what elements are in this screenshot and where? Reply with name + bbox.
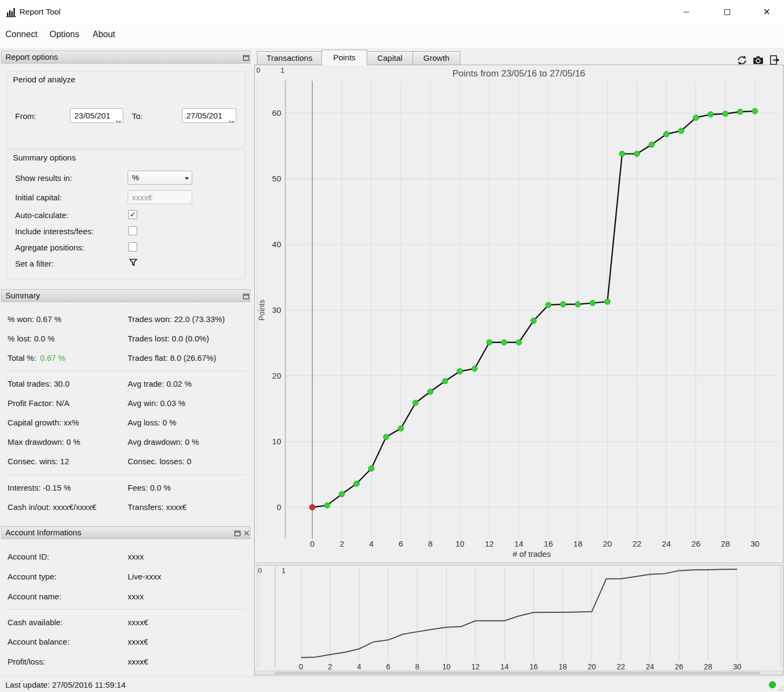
checkmark-icon: ✓ [130,210,136,219]
summary-float-button[interactable] [242,292,250,300]
overview-chart-canvas[interactable]: 024681012141618202224262830 [255,565,783,671]
include-fees-label: Include interests/fees: [15,227,94,236]
close-icon: × [764,6,771,17]
svg-text:30: 30 [733,662,741,671]
close-button[interactable]: × [754,1,779,23]
from-date-value: 23/05/201 [74,111,110,120]
svg-text:28: 28 [721,539,730,548]
svg-text:12: 12 [485,539,494,548]
funnel-icon [129,258,138,267]
maximize-button[interactable] [715,1,739,23]
stat-trades-flat: Trades flat: 8.0 (26.67%) [128,353,216,362]
total-pct-value: 0.67 % [40,353,66,362]
cash-available-value: xxxx€ [128,618,148,627]
svg-text:# of trades: # of trades [513,549,551,558]
account-close-button[interactable] [243,529,250,537]
svg-text:8: 8 [415,662,419,671]
account-balance-value: xxxx€ [128,637,148,646]
account-type-label: Account type: [8,572,57,581]
tab-capital[interactable]: Capital [367,51,413,65]
account-name-value: xxxx [128,592,144,601]
show-results-combobox[interactable]: % [128,171,192,185]
minimize-icon [683,12,689,12]
stat-trades-won: Trades won: 22.0 (73.33%) [128,314,225,324]
overview-scrollbar-thumb[interactable] [275,672,760,674]
cash-available-label: Cash available: [8,618,63,627]
separator [4,609,247,610]
summary-header: Summary [1,289,250,302]
title-bar: Report Tool × [0,0,784,24]
svg-text:0: 0 [277,502,281,512]
stat-fees: Fees: 0.0 % [128,483,171,492]
svg-text:20: 20 [603,539,612,548]
stat-total-trades: Total trades: 30.0 [8,379,69,388]
to-date-value: 27/05/201 [186,111,222,120]
menu-item-about[interactable]: About [93,30,115,39]
stat-consec-losses: Consec. losses: 0 [128,457,191,466]
profit-loss-label: Profit/loss: [8,657,45,666]
stat-max-drawdown: Max drawdown: 0 % [8,437,80,446]
filter-button[interactable] [129,258,138,268]
chevron-down-icon [116,114,121,123]
svg-text:24: 24 [646,662,654,671]
aggregate-positions-label: Agregate positions: [15,243,84,252]
svg-text:40: 40 [272,240,281,249]
stat-avg-trade: Avg trade: 0.02 % [128,379,192,388]
svg-text:30: 30 [272,305,281,314]
tab-growth[interactable]: Growth [412,51,460,65]
profit-loss-value: xxxx€ [128,657,148,666]
report-options-header: Report options [1,51,250,64]
stat-avg-win: Avg win: 0.03 % [128,399,185,408]
show-results-value: % [132,173,139,182]
svg-text:60: 60 [272,108,281,117]
svg-text:14: 14 [500,662,509,671]
stat-pct-won: % won: 0.67 % [8,314,61,324]
svg-text:28: 28 [704,662,712,671]
dropdown-arrow-icon [185,177,189,180]
svg-text:2: 2 [328,662,332,671]
close-icon [244,530,249,536]
svg-text:22: 22 [632,539,641,548]
window-title: Report Tool [19,7,60,16]
svg-text:18: 18 [558,662,567,671]
account-id-value: xxxx [128,552,144,561]
minimize-button[interactable] [674,1,698,23]
tab-points[interactable]: Points [321,50,367,65]
svg-text:2: 2 [340,539,344,548]
stat-avg-loss: Avg loss: 0 % [128,418,177,427]
account-name-label: Account name: [8,592,61,601]
from-date-combobox[interactable]: 23/05/201 [70,108,123,123]
stat-trades-lost: Trades lost: 0.0 (0.0%) [128,334,209,343]
svg-text:12: 12 [471,662,480,671]
stat-pct-lost: % lost: 0.0 % [8,334,55,343]
initial-capital-input[interactable] [128,190,192,204]
tab-transactions[interactable]: Transactions [257,51,322,65]
auto-calculate-checkbox[interactable]: ✓ [128,210,137,219]
stat-transfers: Transfers: xxxx€ [128,502,186,512]
resize-grip[interactable] [778,686,783,691]
points-chart-canvas[interactable]: 0246810121416182022242628300102030405060… [255,65,783,563]
svg-text:10: 10 [442,662,451,671]
svg-text:16: 16 [529,662,538,671]
account-float-button[interactable] [234,529,241,537]
stat-avg-drawdown: Avg drawdown: 0 % [128,437,199,446]
auto-calculate-label: Auto-calculate: [15,211,68,220]
overview-scrollbar[interactable] [255,670,783,675]
svg-text:10: 10 [456,539,465,548]
include-fees-checkbox[interactable] [128,226,137,235]
menu-item-options[interactable]: Options [50,30,79,39]
aggregate-positions-checkbox[interactable] [128,242,137,251]
stat-interests: Interests: -0.15 % [8,483,71,492]
stat-capital-growth: Capital growth: xx% [8,418,79,427]
svg-text:8: 8 [428,539,432,548]
svg-text:20: 20 [587,662,596,671]
float-window-icon [243,293,249,299]
float-window-icon [243,55,249,61]
report-options-float-button[interactable] [242,54,250,61]
menu-item-connect[interactable]: Connect [5,30,38,39]
report-options-title: Report options [5,52,58,61]
chevron-down-icon [229,114,234,123]
separator [4,474,247,475]
svg-text:6: 6 [386,662,390,671]
to-date-combobox[interactable]: 27/05/201 [182,108,236,123]
